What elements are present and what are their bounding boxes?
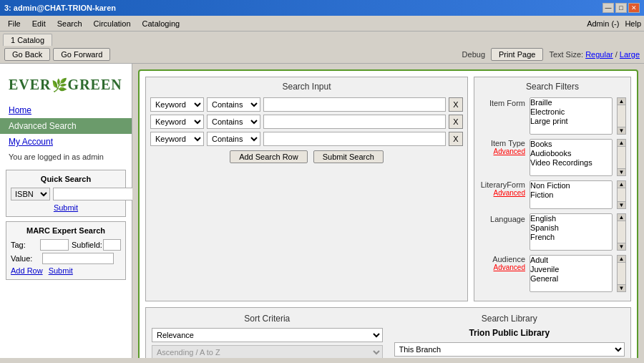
language-scrollbar: ▲ ▼ — [617, 213, 626, 251]
marc-tag-label: Tag: — [11, 241, 37, 249]
search-library-title: Search Library — [394, 314, 625, 324]
search-text-1[interactable] — [263, 97, 446, 112]
item-type-scrollbar: ▲ ▼ — [617, 139, 626, 176]
search-bottom: Sort Criteria Relevance Title Author Pub… — [145, 307, 631, 358]
text-size-large[interactable]: Large — [620, 50, 640, 59]
toolbar-right: Debug Print Page Text Size: Regular / La… — [462, 48, 640, 61]
menu-search[interactable]: Search — [52, 18, 87, 29]
search-field-2[interactable]: KeywordTitleAuthor — [150, 115, 204, 129]
nav-items: Home Advanced Search My Account You are … — [0, 102, 132, 164]
tab-catalog[interactable]: 1 Catalog — [3, 34, 52, 46]
filter-item-type: Item Type Advanced Books Audiobooks Vide… — [479, 139, 626, 176]
maximize-button[interactable]: □ — [615, 3, 627, 13]
search-clear-2[interactable]: X — [449, 115, 463, 129]
literary-form-listbox[interactable]: Non Fiction Fiction — [530, 180, 613, 209]
marc-search-section: MARC Expert Search Tag: Subfield: Value:… — [6, 221, 126, 280]
menu-items: File Edit Search Circulation Cataloging — [3, 18, 185, 29]
text-size-label: Text Size: Regular / Large — [549, 50, 640, 59]
scroll-up-icon[interactable]: ▲ — [618, 214, 625, 221]
print-page-button[interactable]: Print Page — [491, 48, 543, 61]
item-type-advanced-link[interactable]: Advanced — [494, 147, 525, 155]
help-menu[interactable]: Help — [625, 19, 641, 28]
audience-label: Audience — [492, 255, 525, 263]
search-clear-3[interactable]: X — [449, 132, 463, 146]
menu-right: Admin (-) Help — [587, 19, 641, 28]
quick-search-section: Quick Search ISBN Title Author Submit — [6, 170, 126, 217]
marc-tag-row: Tag: Subfield: — [11, 239, 121, 251]
filter-item-form: Item Form Braille Electronic Large print… — [479, 97, 626, 135]
item-form-scrollbar: ▲ ▼ — [617, 97, 626, 135]
search-filters-title: Search Filters — [479, 82, 626, 92]
submit-search-button-top[interactable]: Submit Search — [313, 150, 384, 163]
quick-search-title: Quick Search — [11, 175, 121, 183]
close-button[interactable]: ✕ — [628, 3, 640, 13]
scroll-track — [618, 147, 625, 168]
nav-home[interactable]: Home — [0, 102, 132, 118]
literary-form-scrollbar: ▲ ▼ — [617, 180, 626, 209]
search-field-1[interactable]: KeywordTitleAuthor — [150, 97, 204, 112]
search-op-2[interactable]: ContainsDoes Not Contain — [207, 115, 260, 129]
quick-search-field-select[interactable]: ISBN Title Author — [11, 188, 50, 200]
marc-value-input[interactable] — [42, 253, 114, 264]
nav-my-account[interactable]: My Account — [0, 134, 132, 150]
filter-audience: Audience Advanced Adult Juvenile General… — [479, 255, 626, 292]
scroll-down-icon[interactable]: ▼ — [618, 284, 625, 291]
logo-area: EVER🌿GREEN — [0, 69, 132, 102]
minimize-button[interactable]: — — [602, 3, 614, 13]
go-forward-button[interactable]: Go Forward — [53, 48, 110, 61]
menu-edit[interactable]: Edit — [27, 18, 51, 29]
main-container: EVER🌿GREEN Home Advanced Search My Accou… — [0, 64, 644, 358]
item-type-listbox[interactable]: Books Audiobooks Video Recordings — [530, 139, 613, 176]
item-form-listbox[interactable]: Braille Electronic Large print — [530, 97, 613, 135]
menu-circulation[interactable]: Circulation — [89, 18, 136, 29]
search-clear-1[interactable]: X — [449, 97, 463, 112]
search-panel: Search Input KeywordTitleAuthor Contains… — [138, 69, 638, 358]
menu-cataloging[interactable]: Cataloging — [137, 18, 185, 29]
text-size-regular[interactable]: Regular — [585, 50, 613, 59]
add-search-row-button[interactable]: Add Search Row — [230, 150, 308, 163]
library-branch-select[interactable]: This Branch All Branches — [394, 342, 625, 357]
item-type-label: Item Type — [491, 139, 525, 147]
marc-submit-link[interactable]: Submit — [49, 266, 73, 275]
literary-form-advanced-link[interactable]: Advanced — [494, 189, 525, 197]
sort-criteria-select[interactable]: Relevance Title Author Publication Date — [152, 328, 383, 342]
scroll-down-icon[interactable]: ▼ — [618, 127, 625, 134]
item-type-label-area: Item Type Advanced — [479, 139, 525, 155]
scroll-up-icon[interactable]: ▲ — [618, 140, 625, 147]
search-row-2: KeywordTitleAuthor ContainsDoes Not Cont… — [150, 115, 463, 129]
literary-form-label: LiteraryForm — [481, 180, 525, 189]
marc-tag-input[interactable] — [40, 239, 69, 251]
marc-subfield-input[interactable] — [103, 239, 121, 251]
menu-file[interactable]: File — [3, 18, 26, 29]
scroll-up-icon[interactable]: ▲ — [618, 181, 625, 188]
quick-search-submit[interactable]: Submit — [11, 203, 121, 212]
search-text-3[interactable] — [263, 132, 446, 146]
audience-advanced-link[interactable]: Advanced — [494, 263, 525, 271]
marc-value-row: Value: — [11, 253, 121, 264]
title-bar: 3: admin@CHAT-TRION-karen — □ ✕ — [0, 0, 644, 16]
search-op-3[interactable]: ContainsDoes Not Contain — [207, 132, 260, 146]
scroll-down-icon[interactable]: ▼ — [618, 168, 625, 175]
content-area: Search Input KeywordTitleAuthor Contains… — [132, 64, 644, 358]
go-back-button[interactable]: Go Back — [4, 48, 50, 61]
literary-form-label-area: LiteraryForm Advanced — [479, 180, 525, 197]
language-listbox[interactable]: English Spanish French — [530, 213, 613, 251]
scroll-track — [618, 188, 625, 201]
search-text-2[interactable] — [263, 115, 446, 129]
scroll-down-icon[interactable]: ▼ — [618, 201, 625, 208]
scroll-up-icon[interactable]: ▲ — [618, 98, 625, 105]
scroll-track — [618, 221, 625, 243]
search-op-1[interactable]: ContainsDoes Not Contain — [207, 97, 260, 112]
sort-order-select[interactable]: Ascending / A to Z Descending / Z to A — [152, 345, 383, 358]
audience-listbox[interactable]: Adult Juvenile General — [530, 255, 613, 292]
marc-add-row-link[interactable]: Add Row — [11, 266, 43, 275]
scroll-up-icon[interactable]: ▲ — [618, 256, 625, 263]
scroll-down-icon[interactable]: ▼ — [618, 243, 625, 250]
nav-advanced-search[interactable]: Advanced Search — [0, 118, 132, 134]
admin-menu[interactable]: Admin (-) — [587, 19, 619, 28]
debug-link[interactable]: Debug — [462, 50, 485, 59]
scroll-track — [618, 263, 625, 284]
search-field-3[interactable]: KeywordTitleAuthor — [150, 132, 204, 146]
marc-links: Add Row Submit — [11, 266, 121, 275]
leaf-icon: 🌿 — [52, 78, 68, 92]
